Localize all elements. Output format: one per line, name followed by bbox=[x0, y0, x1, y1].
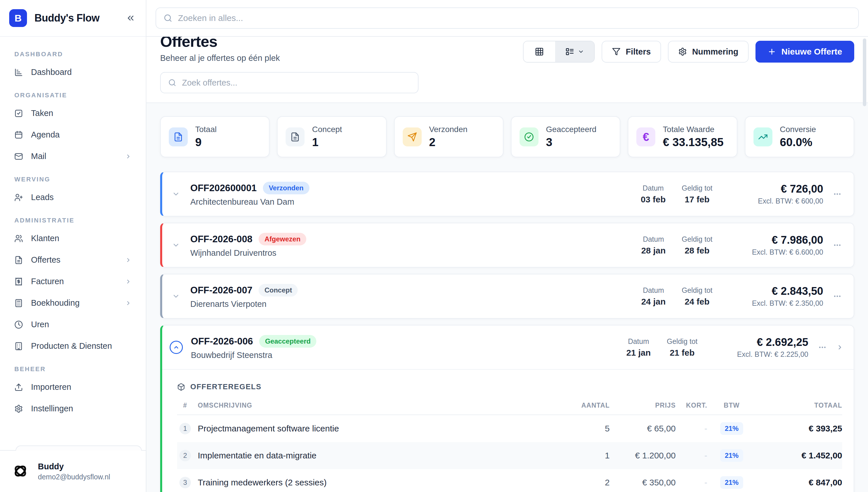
quote-geldig-tot: Geldig tot17 feb bbox=[682, 184, 713, 204]
quote-geldig-tot: Geldig tot24 feb bbox=[682, 286, 713, 306]
grid-view-button[interactable] bbox=[524, 41, 555, 62]
quote-datum: Datum28 jan bbox=[641, 235, 666, 255]
stat-value: 3 bbox=[546, 136, 596, 149]
sidebar-item-importeren[interactable]: Importeren bbox=[7, 376, 138, 398]
quote-list: OFF202600001 Verzonden Architectenbureau… bbox=[160, 172, 854, 492]
sidebar-item-offertes[interactable]: Offertes bbox=[7, 249, 138, 271]
quote-id: OFF-2026-006 bbox=[191, 336, 253, 347]
euro-icon: € bbox=[636, 127, 655, 146]
app-window: B Buddy's Flow DASHBOARD Dashboard ORGAN… bbox=[0, 0, 868, 492]
quote-amount: € 7.986,00Excl. BTW: € 6.600,00 bbox=[728, 234, 823, 256]
status-badge: Geaccepteerd bbox=[259, 335, 316, 348]
chevron-down-icon[interactable] bbox=[170, 241, 182, 249]
stat-value: 1 bbox=[312, 136, 342, 149]
stat-value: 2 bbox=[429, 136, 468, 149]
sidebar-item-leads[interactable]: Leads bbox=[7, 187, 138, 208]
quote-search[interactable] bbox=[160, 72, 419, 93]
sidebar-item-boekhouding[interactable]: Boekhouding bbox=[7, 292, 138, 314]
sidebar-item-label: Klanten bbox=[31, 233, 59, 243]
nummering-button[interactable]: Nummering bbox=[668, 41, 749, 63]
sidebar-item-producten[interactable]: Producten & Diensten bbox=[7, 335, 138, 357]
more-menu-icon[interactable] bbox=[831, 190, 843, 198]
funnel-icon bbox=[612, 47, 621, 56]
topbar bbox=[146, 0, 868, 37]
btw-badge: 21% bbox=[720, 476, 743, 489]
page-body: Totaal9 Concept1 Verzonden2 Geaccepteerd… bbox=[146, 103, 868, 492]
chevron-down-icon[interactable] bbox=[170, 292, 182, 300]
upload-icon bbox=[14, 383, 23, 392]
more-menu-icon[interactable] bbox=[831, 292, 843, 300]
file-text-icon bbox=[169, 127, 188, 146]
mail-icon bbox=[14, 152, 23, 161]
stat-card-totaal: Totaal9 bbox=[160, 116, 270, 157]
main-area: Offertes Beheer al je offertes op één pl… bbox=[146, 0, 868, 492]
layout-list-icon bbox=[565, 47, 574, 56]
view-toggle bbox=[523, 41, 595, 63]
scrollbar-thumb[interactable] bbox=[863, 39, 866, 106]
sidebar-item-klanten[interactable]: Klanten bbox=[7, 228, 138, 249]
sidebar-item-agenda[interactable]: Agenda bbox=[7, 124, 138, 146]
global-search-input[interactable] bbox=[178, 13, 851, 23]
sidebar-item-uren[interactable]: Uren bbox=[7, 314, 138, 335]
calendar-icon bbox=[14, 131, 23, 139]
stat-value: 9 bbox=[195, 136, 217, 149]
bar-chart-icon bbox=[14, 68, 23, 77]
sidebar-item-taken[interactable]: Taken bbox=[7, 102, 138, 124]
sidebar-item-label: Dashboard bbox=[31, 68, 72, 77]
quote-amount: € 2.692,25Excl. BTW: € 2.225,00 bbox=[714, 336, 808, 359]
section-label-organisatie: ORGANISATIE bbox=[7, 92, 138, 99]
quote-id: OFF-2026-007 bbox=[190, 285, 252, 296]
stat-value: 60.0% bbox=[780, 136, 816, 149]
more-menu-icon[interactable] bbox=[816, 343, 828, 352]
line-number: 2 bbox=[179, 450, 191, 461]
chevron-right-icon bbox=[125, 300, 131, 306]
chevron-right-icon[interactable] bbox=[837, 344, 843, 351]
quote-search-input[interactable] bbox=[182, 78, 411, 88]
user-profile[interactable]: Buddy demo2@buddysflow.nl bbox=[0, 450, 146, 492]
sidebar-item-dashboard[interactable]: Dashboard bbox=[7, 62, 138, 83]
new-quote-button[interactable]: Nieuwe Offerte bbox=[755, 41, 854, 63]
line-items-header: # OMSCHRIJVING AANTAL PRIJS KORT. BTW TO… bbox=[177, 401, 842, 415]
quote-line-items: OFFERTEREGELS # OMSCHRIJVING AANTAL PRIJ… bbox=[162, 369, 854, 492]
user-plus-icon bbox=[14, 193, 23, 202]
sidebar-item-mail[interactable]: Mail bbox=[7, 146, 138, 167]
clock-icon bbox=[14, 320, 23, 329]
list-view-button[interactable] bbox=[555, 41, 594, 62]
more-menu-icon[interactable] bbox=[831, 241, 843, 249]
quote-card[interactable]: OFF202600001 Verzonden Architectenbureau… bbox=[160, 172, 854, 217]
status-badge: Afgewezen bbox=[258, 233, 306, 245]
chevron-up-icon[interactable] bbox=[170, 341, 183, 354]
quote-card[interactable]: OFF-2026-007 Concept Dierenarts Vierpote… bbox=[160, 274, 854, 319]
line-item-row: 2 Implementatie en data-migratie 1 € 1.2… bbox=[177, 442, 842, 469]
chevron-down-icon[interactable] bbox=[170, 190, 182, 198]
filters-button[interactable]: Filters bbox=[602, 41, 661, 63]
line-number: 3 bbox=[179, 477, 191, 488]
sidebar-item-label: Mail bbox=[31, 152, 46, 161]
stat-card-geaccepteerd: Geaccepteerd3 bbox=[511, 116, 620, 157]
building-icon bbox=[14, 342, 23, 350]
sidebar-header: B Buddy's Flow bbox=[0, 0, 146, 37]
toolbar: Filters Nummering Nieuwe Offerte bbox=[523, 41, 854, 63]
calculator-icon bbox=[14, 299, 23, 308]
quote-card[interactable]: OFF-2026-008 Afgewezen Wijnhandel Druive… bbox=[160, 223, 854, 268]
chevron-right-icon bbox=[125, 257, 131, 263]
page-content: Offertes Beheer al je offertes op één pl… bbox=[146, 37, 868, 492]
sidebar-collapse-icon[interactable] bbox=[126, 13, 135, 23]
gear-icon bbox=[14, 404, 23, 413]
global-search[interactable] bbox=[155, 7, 859, 29]
quote-id: OFF202600001 bbox=[190, 182, 256, 194]
quote-client: Architectenbureau Van Dam bbox=[190, 197, 633, 207]
stat-card-conversie: Conversie60.0% bbox=[745, 116, 854, 157]
quote-datum: Datum21 jan bbox=[626, 337, 651, 358]
sidebar-item-label: Taken bbox=[31, 108, 53, 118]
sidebar-item-facturen[interactable]: Facturen bbox=[7, 271, 138, 292]
stat-card-verzonden: Verzonden2 bbox=[394, 116, 503, 157]
search-icon bbox=[164, 14, 172, 22]
sidebar-item-instellingen[interactable]: Instellingen bbox=[7, 398, 138, 419]
app-title: Buddy's Flow bbox=[34, 12, 100, 24]
quote-card-expanded[interactable]: OFF-2026-006 Geaccepteerd Bouwbedrijf St… bbox=[160, 325, 854, 492]
sidebar-item-label: Facturen bbox=[31, 277, 64, 286]
quote-geldig-tot: Geldig tot28 feb bbox=[682, 235, 713, 255]
app-logo: B bbox=[9, 9, 27, 27]
line-item-row: 1 Projectmanagement software licentie 5 … bbox=[177, 415, 842, 442]
